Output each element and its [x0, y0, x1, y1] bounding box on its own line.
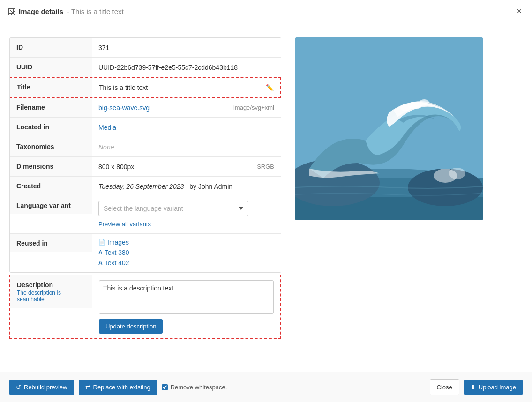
text-icon-380: A [98, 249, 103, 256]
preview-all-variants-link[interactable]: Preview all variants [98, 221, 151, 228]
taxonomies-text: None [98, 143, 114, 151]
created-label: Created [10, 177, 92, 196]
footer-left: ↺ Rebuild preview ⇄ Replace with existin… [9, 380, 227, 395]
filename-type: image/svg+xml [233, 104, 274, 111]
remove-whitespace-text: Remove whitespace. [171, 384, 227, 391]
rebuild-icon: ↺ [16, 384, 21, 391]
modal-header: 🖼 Image details - This is a title text × [0, 0, 532, 23]
reused-item-text402: A Text 402 [98, 259, 129, 267]
reused-link-text402[interactable]: Text 402 [105, 259, 129, 267]
color-profile: SRGB [257, 163, 274, 170]
edit-title-icon[interactable]: ✏️ [266, 84, 274, 91]
description-label-col: Description The description is searchabl… [10, 275, 92, 308]
rebuild-label: Rebuild preview [24, 384, 67, 391]
details-table: ID 371 UUID UUID-22b6d739-57ff-e2e5-55c7… [9, 37, 281, 273]
title-text: This is a title text [99, 84, 148, 91]
reused-row: Reused in 📄 Images A Text 380 A Text 40 [10, 234, 281, 272]
located-link[interactable]: Media [98, 124, 116, 131]
doc-icon: 📄 [98, 239, 105, 246]
svg-point-7 [420, 99, 429, 105]
id-value: 371 [92, 38, 281, 57]
right-panel [295, 37, 523, 363]
image-preview [295, 37, 483, 220]
title-label: Title [10, 78, 92, 97]
taxonomies-row: Taxonomies None [10, 137, 281, 157]
text-icon-402: A [98, 260, 103, 266]
replace-label: Replace with existing [93, 384, 150, 391]
uuid-value: UUID-22b6d739-57ff-e2e5-55c7-2cdd6b43b11… [92, 58, 281, 77]
lang-value: Select the language variant Preview all … [92, 196, 281, 232]
dimensions-text: 800 x 800px [98, 163, 134, 171]
filename-link[interactable]: big-sea-wave.svg [98, 104, 150, 112]
description-section: Description The description is searchabl… [9, 275, 281, 339]
description-textarea[interactable]: This is a description text [99, 280, 274, 314]
located-value: Media [92, 118, 281, 137]
modal-subtitle: - This is a title text [67, 7, 124, 15]
located-row: Located in Media [10, 118, 281, 137]
reused-item-text380: A Text 380 [98, 249, 129, 256]
title-value: This is a title text ✏️ [92, 78, 280, 97]
upload-image-button[interactable]: ⬇ Upload image [464, 380, 523, 395]
uuid-label: UUID [10, 58, 92, 77]
image-details-modal: 🖼 Image details - This is a title text ×… [0, 0, 532, 402]
description-label: Description [17, 281, 86, 289]
image-icon: 🖼 [7, 7, 15, 16]
replace-with-existing-button[interactable]: ⇄ Replace with existing [79, 380, 157, 395]
reused-link-images[interactable]: Images [107, 238, 129, 246]
id-label: ID [10, 38, 92, 57]
modal-title: Image details [19, 7, 63, 15]
description-sub-label: The description is searchable. [17, 290, 86, 303]
dimensions-value: 800 x 800px SRGB [92, 157, 281, 176]
description-value-col: This is a description text Update descri… [92, 275, 280, 338]
replace-icon: ⇄ [85, 384, 90, 391]
language-select[interactable]: Select the language variant [98, 201, 248, 216]
reused-label: Reused in [10, 234, 92, 252]
close-button[interactable]: × [514, 6, 525, 17]
created-row: Created Tuesday, 26 September 2023 by Jo… [10, 177, 281, 196]
rebuild-preview-button[interactable]: ↺ Rebuild preview [9, 380, 74, 395]
language-row: Language variant Select the language var… [10, 196, 281, 234]
created-by: by John Admin [189, 183, 232, 190]
remove-whitespace-checkbox[interactable] [162, 384, 168, 390]
update-description-button[interactable]: Update description [99, 319, 163, 334]
upload-label: Upload image [479, 384, 516, 391]
located-label: Located in [10, 118, 92, 137]
filename-row: Filename big-sea-wave.svg image/svg+xml [10, 98, 281, 118]
svg-point-8 [400, 104, 411, 111]
taxonomies-value: None [92, 137, 281, 156]
remove-whitespace-label[interactable]: Remove whitespace. [162, 384, 227, 391]
id-row: ID 371 [10, 38, 281, 58]
svg-point-10 [449, 168, 465, 179]
wave-illustration [295, 37, 483, 220]
title-row-wrapper: Title This is a title text ✏️ [9, 77, 281, 98]
filename-value: big-sea-wave.svg image/svg+xml [92, 98, 281, 117]
dimensions-label: Dimensions [10, 157, 92, 176]
description-row: Description The description is searchabl… [10, 275, 280, 338]
close-modal-button[interactable]: Close [430, 379, 459, 395]
modal-body: ID 371 UUID UUID-22b6d739-57ff-e2e5-55c7… [0, 23, 532, 363]
reused-value: 📄 Images A Text 380 A Text 402 [92, 234, 281, 272]
taxonomies-label: Taxonomies [10, 137, 92, 156]
reused-link-text380[interactable]: Text 380 [105, 249, 129, 256]
dimensions-row: Dimensions 800 x 800px SRGB [10, 157, 281, 177]
modal-footer: ↺ Rebuild preview ⇄ Replace with existin… [0, 372, 532, 402]
footer-right: Close ⬇ Upload image [430, 379, 523, 395]
created-date: Tuesday, 26 September 2023 [98, 183, 184, 190]
lang-label: Language variant [10, 196, 92, 214]
created-value: Tuesday, 26 September 2023 by John Admin [92, 177, 281, 196]
reused-item-images: 📄 Images [98, 238, 129, 246]
upload-icon: ⬇ [471, 384, 476, 391]
header-left: 🖼 Image details - This is a title text [7, 7, 124, 16]
left-panel: ID 371 UUID UUID-22b6d739-57ff-e2e5-55c7… [9, 37, 281, 363]
title-row: Title This is a title text ✏️ [10, 78, 280, 97]
uuid-row: UUID UUID-22b6d739-57ff-e2e5-55c7-2cdd6b… [10, 58, 281, 77]
filename-label: Filename [10, 98, 92, 117]
